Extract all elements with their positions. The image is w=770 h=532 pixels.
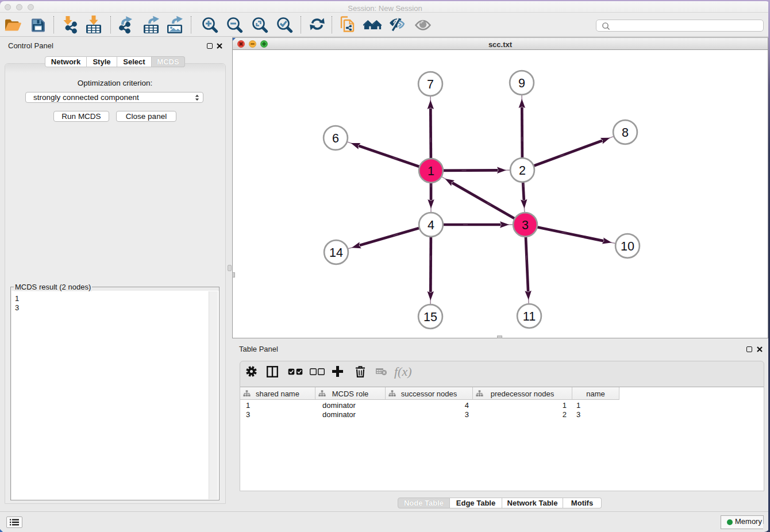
- svg-text:15: 15: [424, 310, 437, 324]
- svg-text:9: 9: [518, 76, 525, 90]
- svg-text:14: 14: [329, 246, 343, 260]
- svg-text:3: 3: [522, 218, 529, 232]
- svg-text:4: 4: [428, 218, 434, 232]
- svg-text:1: 1: [428, 164, 434, 178]
- svg-text:11: 11: [523, 310, 536, 323]
- svg-text:2: 2: [519, 164, 526, 178]
- svg-text:6: 6: [332, 132, 339, 145]
- svg-text:8: 8: [622, 126, 629, 140]
- svg-text:7: 7: [427, 78, 434, 91]
- svg-text:10: 10: [621, 240, 634, 253]
